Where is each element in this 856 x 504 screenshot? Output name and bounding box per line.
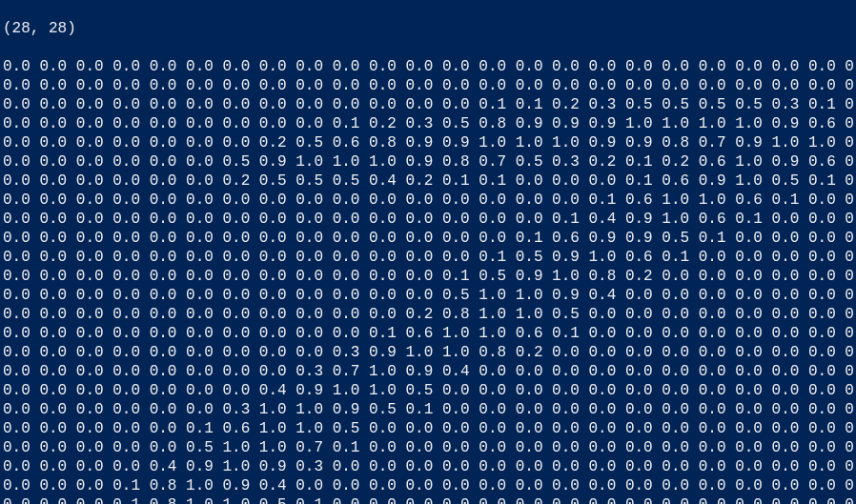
array-matrix-dump: 0.0 0.0 0.0 0.0 0.0 0.0 0.0 0.0 0.0 0.0 … [3,58,856,504]
array-shape-label: (28, 28) [3,20,76,37]
terminal-output: (28, 28) 0.0 0.0 0.0 0.0 0.0 0.0 0.0 0.0… [0,0,856,504]
